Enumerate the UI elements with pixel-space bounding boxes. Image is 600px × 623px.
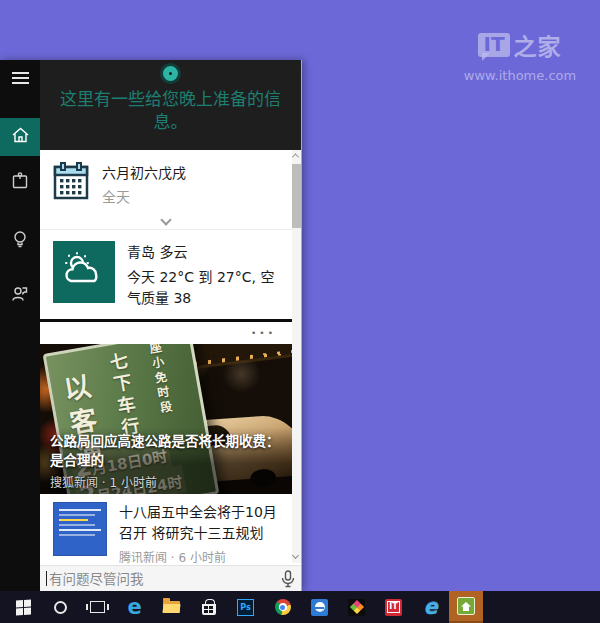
weather-location: 青岛 多云 (127, 241, 286, 261)
taskbar-active-app-button[interactable] (449, 591, 483, 623)
news-source: 搜狐新闻 · 1 小时前 (50, 473, 282, 490)
weather-card[interactable]: 青岛 多云 今天 22°C 到 27°C, 空气质量 38 (40, 230, 292, 319)
calendar-subtitle: 全天 (102, 186, 186, 206)
news-source: 腾讯新闻 · 6 小时前 (119, 548, 286, 565)
ask-me-anything-box[interactable] (40, 565, 301, 591)
task-view-button[interactable] (79, 591, 116, 623)
scroll-down-icon[interactable] (293, 553, 300, 560)
greeting-text: 这里有一些给您晚上准备的信息。 (53, 88, 289, 134)
sidebar-item-notebook[interactable] (0, 164, 40, 202)
folder-icon (163, 601, 180, 613)
edge-icon: e (127, 597, 141, 618)
news-list-item[interactable]: 十八届五中全会将于10月召开 将研究十三五规划 腾讯新闻 · 6 小时前 (40, 494, 292, 565)
ithome-watermark: IT 之家 www.ithome.com (455, 28, 585, 83)
sidebar-item-feedback[interactable] (0, 277, 40, 315)
weather-tile (53, 241, 115, 303)
news-title: 公路局回应高速公路是否将长期收费：是合理的 (50, 432, 282, 471)
taskbar-photoshop-button[interactable]: Ps (227, 591, 264, 623)
taskbar-edge-button[interactable]: e (116, 591, 153, 623)
partly-cloudy-icon (61, 250, 107, 294)
desktop: IT 之家 www.ithome.com (0, 0, 600, 623)
cortana-logo-icon (163, 66, 178, 81)
more-options-icon[interactable]: ••• (251, 328, 276, 338)
calendar-card[interactable]: 六月初六戊戌 全天 (40, 150, 292, 214)
taskbar-ie-button[interactable]: e (412, 591, 449, 623)
photoshop-icon: Ps (237, 599, 254, 616)
taskbar-chrome-button[interactable] (264, 591, 301, 623)
news-photo[interactable]: 以客通 七下车行 座小免时段 2月18日0时 2月24日24时 公路局回应高速公… (40, 344, 292, 494)
calendar-icon (53, 162, 89, 204)
ithome-url: www.ithome.com (455, 68, 585, 83)
scroll-up-icon[interactable] (293, 153, 300, 160)
taskbar-file-explorer-button[interactable] (153, 591, 190, 623)
home-icon (11, 126, 30, 148)
sidebar-item-home[interactable] (0, 118, 40, 156)
hamburger-menu-icon[interactable] (0, 60, 40, 96)
green-house-app-icon (457, 597, 475, 615)
ithome-logo-icon: IT (478, 33, 509, 57)
sign-text-column: 座小免时段 (145, 344, 175, 417)
photo-app-icon (348, 599, 365, 616)
collapse-chevron[interactable] (40, 214, 292, 230)
ithome-app-icon: IT (385, 599, 402, 616)
taskbar-store-button[interactable] (190, 591, 227, 623)
lightbulb-icon (12, 230, 28, 253)
windows-logo-icon (16, 599, 31, 615)
blue-app-icon (311, 599, 328, 616)
news-card[interactable]: ••• 以客通 七下车行 座小免时段 2月18日0时 (40, 322, 292, 494)
microphone-icon[interactable] (275, 570, 301, 588)
start-button[interactable] (5, 591, 42, 623)
news-thumbnail (53, 502, 107, 556)
cortana-header: 这里有一些给您晚上准备的信息。 (40, 60, 301, 150)
person-feedback-icon (11, 285, 29, 307)
notebook-icon (11, 172, 29, 194)
chrome-icon (275, 599, 291, 615)
weather-detail: 今天 22°C 到 27°C, 空气质量 38 (127, 267, 286, 309)
calendar-title: 六月初六戊戌 (102, 162, 186, 182)
scrollbar[interactable] (292, 150, 301, 563)
search-input[interactable] (40, 566, 275, 591)
cortana-panel: 这里有一些给您晚上准备的信息。 (0, 60, 302, 591)
sidebar-item-reminders[interactable] (0, 222, 40, 260)
taskbar-ithome-button[interactable]: IT (375, 591, 412, 623)
cortana-circle-icon (54, 601, 67, 614)
cortana-panel-main: 这里有一些给您晚上准备的信息。 (40, 60, 301, 591)
chevron-down-icon (160, 214, 171, 225)
cortana-content: 六月初六戊戌 全天 (40, 150, 301, 565)
text-cursor (46, 571, 47, 586)
task-view-icon (90, 601, 105, 613)
news-title: 十八届五中全会将于10月召开 将研究十三五规划 (119, 502, 286, 544)
ithome-logo-text: 之家 (514, 28, 562, 62)
taskbar: e Ps IT e (0, 591, 600, 623)
scrollbar-thumb[interactable] (292, 164, 301, 228)
taskbar-photo-app-button[interactable] (338, 591, 375, 623)
internet-explorer-icon: e (423, 597, 437, 618)
taskbar-app-blue-button[interactable] (301, 591, 338, 623)
taskbar-cortana-button[interactable] (42, 591, 79, 623)
cortana-sidebar (0, 60, 40, 591)
store-bag-icon (202, 604, 216, 615)
